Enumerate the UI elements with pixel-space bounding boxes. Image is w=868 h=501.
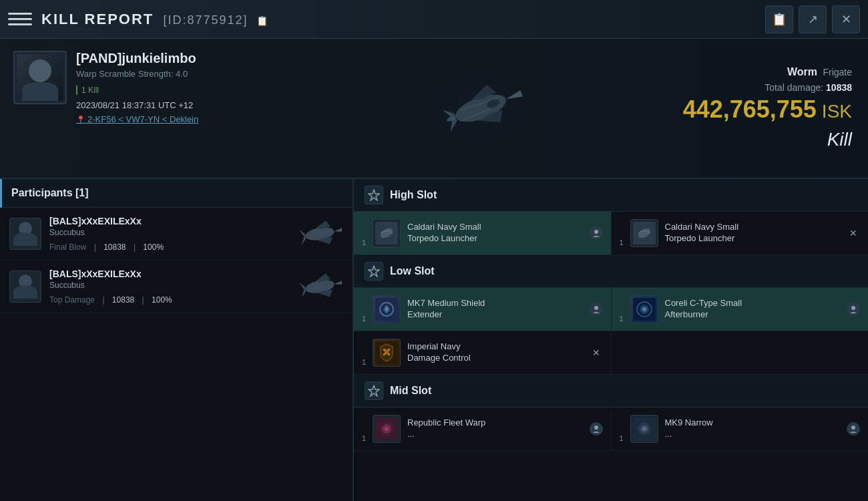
- pilot-section: [PAND]junkielimbo Warp Scramble Strength…: [0, 39, 280, 178]
- ship-type: Worm Frigate: [787, 66, 852, 78]
- total-damage: Total damage: 10838: [765, 82, 852, 93]
- high-slot-header: High Slot: [354, 179, 868, 212]
- participant-stats: Top Damage | 10838 | 100%: [49, 295, 296, 305]
- item-icon: [373, 219, 401, 247]
- avatar: [13, 51, 67, 104]
- item-name: MK9 Narrow...: [665, 418, 842, 440]
- low-slot-icon: [365, 262, 383, 281]
- participant-name: [BALS]xXxEXILExXx: [49, 216, 296, 226]
- svg-point-10: [594, 230, 598, 234]
- item-icon: +: [373, 295, 401, 323]
- svg-point-17: [594, 306, 598, 310]
- warp-scramble: Warp Scramble Strength: 4.0: [76, 69, 267, 79]
- ship-display: [280, 39, 681, 178]
- item-icon: [373, 415, 401, 443]
- top-info: [PAND]junkielimbo Warp Scramble Strength…: [0, 39, 868, 179]
- high-slot-title: High Slot: [390, 189, 437, 201]
- svg-point-33: [642, 427, 646, 431]
- fitting-item[interactable]: 1 Caldari Navy SmallTorpedo Launcher ✕: [611, 212, 869, 255]
- kill-badge: 1 Kill: [76, 86, 267, 95]
- low-slot-row-1: 1 + MK7 Medium ShieldExtender: [354, 288, 868, 331]
- mid-slot-row: 1 Republic Fleet Warp...: [354, 407, 868, 451]
- participant-name: [BALS]xXxEXILExXx: [49, 269, 296, 279]
- svg-text:+: +: [385, 305, 389, 313]
- header-title: KILL REPORT [ID:8775912] 📋: [41, 11, 765, 28]
- low-slot-row-2: 1 Imperial NavyDamage Control ✕: [354, 331, 868, 375]
- item-name: Republic Fleet Warp...: [407, 418, 584, 440]
- fitting-item[interactable]: 1 Republic Fleet Warp...: [354, 407, 611, 450]
- header: KILL REPORT [ID:8775912] 📋 📋 ↗ ✕: [0, 0, 868, 39]
- participant-item[interactable]: [BALS]xXxEXILExXx Succubus Final Blow | …: [0, 208, 353, 261]
- corp-icon: [9, 271, 41, 303]
- copy-icon[interactable]: 📋: [256, 15, 269, 26]
- fitting-panel: High Slot 1 Caldari Navy SmallTorpedo La…: [354, 179, 868, 501]
- svg-point-23: [851, 306, 855, 310]
- status-icon: [847, 303, 860, 316]
- item-icon: [630, 295, 658, 323]
- participant-ship: Succubus: [49, 228, 296, 237]
- item-name: Caldari Navy SmallTorpedo Launcher: [407, 222, 584, 244]
- fitting-item[interactable]: 1 Caldari Navy SmallTorpedo Launcher: [354, 212, 611, 255]
- notes-button[interactable]: 📋: [765, 5, 793, 33]
- mid-slot-icon: [365, 381, 383, 400]
- high-slot-icon: [365, 186, 383, 204]
- participant-ship-image: [296, 270, 343, 303]
- participant-ship: Succubus: [49, 281, 296, 290]
- participants-header: Participants [1]: [0, 179, 353, 208]
- participant-item[interactable]: [BALS]xXxEXILExXx Succubus Top Damage | …: [0, 261, 353, 313]
- item-name: Imperial NavyDamage Control: [407, 341, 584, 364]
- ship-image: [407, 55, 554, 162]
- status-icon: [590, 226, 603, 240]
- participant-stats: Final Blow | 10838 | 100%: [49, 242, 296, 252]
- kill-location[interactable]: 2-KF56 < VW7-YN < Deklein: [76, 114, 267, 124]
- mid-slot-header: Mid Slot: [354, 375, 868, 407]
- item-name: Caldari Navy SmallTorpedo Launcher: [665, 222, 842, 244]
- svg-point-29: [594, 426, 598, 430]
- status-icon: ✕: [847, 226, 860, 240]
- menu-icon[interactable]: [8, 7, 32, 31]
- close-button[interactable]: ✕: [832, 5, 860, 33]
- isk-display: 442,765,755 ISK: [683, 96, 852, 125]
- participant-details: [BALS]xXxEXILExXx Succubus Final Blow | …: [49, 216, 296, 252]
- status-icon: [590, 303, 603, 316]
- item-icon: [373, 339, 401, 367]
- low-slot-header: Low Slot: [354, 255, 868, 288]
- header-actions: 📋 ↗ ✕: [765, 5, 860, 33]
- mid-slot-title: Mid Slot: [390, 385, 431, 397]
- svg-point-22: [643, 308, 646, 311]
- kill-result: Kill: [827, 129, 852, 150]
- item-icon: [630, 219, 658, 247]
- corp-figure: [13, 275, 37, 299]
- main-content: Participants [1] [BALS]xXxEXILExXx Succu…: [0, 179, 868, 501]
- status-icon: [590, 422, 603, 436]
- fitting-item[interactable]: 1 MK9 Narrow...: [611, 407, 869, 450]
- fitting-item-empty: [611, 331, 869, 374]
- corp-figure: [13, 222, 37, 246]
- avatar-image: [17, 54, 63, 101]
- low-slot-title: Low Slot: [390, 265, 435, 277]
- participant-details: [BALS]xXxEXILExXx Succubus Top Damage | …: [49, 269, 296, 305]
- item-name: Coreli C-Type SmallAfterburner: [665, 298, 842, 321]
- export-button[interactable]: ↗: [799, 5, 827, 33]
- svg-point-34: [851, 426, 855, 430]
- participant-ship-image: [296, 217, 343, 251]
- status-icon: ✕: [590, 346, 603, 359]
- fitting-item[interactable]: 1 Imperial NavyDamage Control ✕: [354, 331, 611, 374]
- high-slot-row: 1 Caldari Navy SmallTorpedo Launcher: [354, 212, 868, 255]
- participants-panel: Participants [1] [BALS]xXxEXILExXx Succu…: [0, 179, 354, 501]
- pilot-info: [PAND]junkielimbo Warp Scramble Strength…: [76, 51, 267, 124]
- fitting-item[interactable]: 1 Coreli C-Type SmallAfterburner: [611, 288, 869, 331]
- item-name: MK7 Medium ShieldExtender: [407, 298, 584, 321]
- svg-point-28: [385, 427, 389, 431]
- item-icon: [630, 415, 658, 443]
- status-icon: [847, 422, 860, 436]
- kill-stats: Worm Frigate Total damage: 10838 442,765…: [681, 39, 868, 178]
- pilot-name: [PAND]junkielimbo: [76, 51, 267, 66]
- kill-date: 2023/08/21 18:37:31 UTC +12: [76, 100, 267, 110]
- corp-icon: [9, 218, 41, 250]
- fitting-item[interactable]: 1 + MK7 Medium ShieldExtender: [354, 288, 611, 331]
